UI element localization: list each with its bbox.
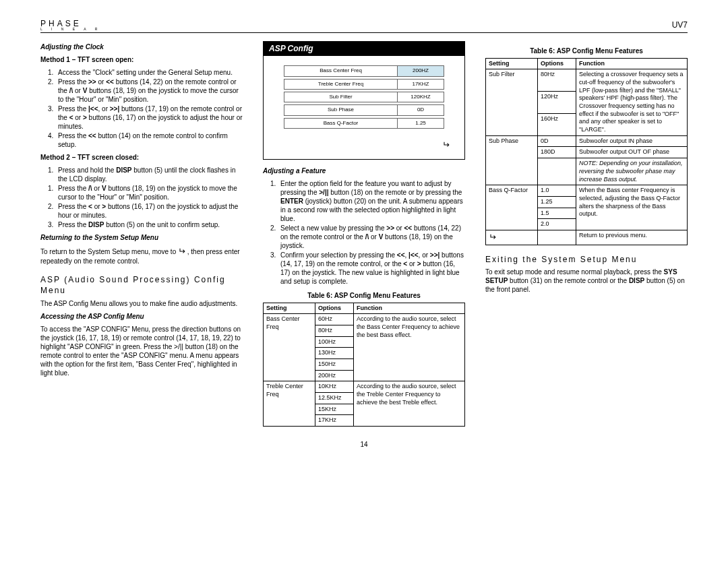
model-label: UV7 xyxy=(672,20,688,31)
adjusting-steps: Enter the option field for the feature y… xyxy=(263,179,465,286)
asp-rows: Bass Center Freq 200HZ Treble Center Fre… xyxy=(270,65,458,129)
method1-steps: Access the "Clock" setting under the Gen… xyxy=(40,68,243,149)
brand-logo: PHASE L I N E A R xyxy=(40,20,101,30)
page-header: PHASE L I N E A R UV7 xyxy=(40,20,688,33)
heading-method1: Method 1 – TFT screen open: xyxy=(40,55,243,64)
th-function: Function xyxy=(354,303,465,314)
return-icon-cell: ↵ xyxy=(486,230,538,245)
asp-row: Sub Phase 0D xyxy=(284,104,444,115)
asp-row: Treble Center Freq 17KHZ xyxy=(284,79,444,90)
th-options: Options xyxy=(538,58,576,69)
accessing-text: To access the "ASP CONFIG" Menu, press t… xyxy=(40,325,243,377)
content-columns: Adjusting the Clock Method 1 – TFT scree… xyxy=(40,41,688,427)
heading-returning: Returning to the System Setup Menu xyxy=(40,233,243,242)
brand-sub: L I N E A R xyxy=(40,28,101,31)
list-item: Press the >> or << buttons (14, 22) on t… xyxy=(55,77,243,104)
list-item: Press the DISP button (5) on the unit to… xyxy=(55,220,243,229)
returning-text: To return to the System Setup menu, move… xyxy=(40,246,243,266)
asp-row: Bass Q-Factor 1.25 xyxy=(284,118,444,129)
page-number: 14 xyxy=(40,440,688,449)
heading-method2: Method 2 – TFT screen closed: xyxy=(40,153,243,162)
list-item: Press and hold the DISP button (5) until… xyxy=(55,166,243,183)
asp-features-table-2: Setting Options Function Sub Filter80HzS… xyxy=(485,58,688,245)
th-options: Options xyxy=(315,303,354,314)
return-icon: ↵ xyxy=(178,246,185,257)
column-3: Table 6: ASP Config Menu Features Settin… xyxy=(485,41,688,427)
list-item: Confirm your selection by pressing the <… xyxy=(278,251,465,286)
th-setting: Setting xyxy=(486,58,538,69)
asp-panel-title: ASP Config xyxy=(264,42,464,57)
asp-row: Sub Filter 120KHZ xyxy=(284,92,444,102)
asp-intro: The ASP Config Menu allows you to make f… xyxy=(40,299,243,308)
list-item: Select a new value by pressing the >> or… xyxy=(278,224,465,250)
heading-adjusting-clock: Adjusting the Clock xyxy=(40,42,243,51)
asp-config-panel: ASP Config Bass Center Freq 200HZ Treble… xyxy=(263,41,465,160)
method2-steps: Press and hold the DISP button (5) until… xyxy=(40,166,243,229)
list-item: Access the "Clock" setting under the Gen… xyxy=(55,68,243,77)
heading-exiting: Exiting the System Setup Menu xyxy=(485,255,688,266)
column-2: ASP Config Bass Center Freq 200HZ Treble… xyxy=(263,41,465,427)
list-item: Press the |<<, or >>| buttons (17, 19) o… xyxy=(55,104,243,131)
th-setting: Setting xyxy=(264,303,315,314)
return-icon: ↵ xyxy=(270,131,458,152)
list-item: Press the << button (14) on the remote c… xyxy=(55,131,243,149)
list-item: Enter the option field for the feature y… xyxy=(278,179,465,223)
asp-row: Bass Center Freq 200HZ xyxy=(284,65,444,76)
table-caption: Table 6: ASP Config Menu Features xyxy=(485,46,688,55)
heading-accessing-asp: Accessing the ASP Config Menu xyxy=(40,312,243,321)
column-1: Adjusting the Clock Method 1 – TFT scree… xyxy=(40,41,243,427)
page: PHASE L I N E A R UV7 Adjusting the Cloc… xyxy=(40,20,688,449)
heading-asp-config-menu: ASP (Audio Sound Processing) Config Menu xyxy=(40,275,243,296)
table-caption: Table 6: ASP Config Menu Features xyxy=(263,291,465,300)
list-item: Press the /\ or V buttons (18, 19) on th… xyxy=(55,184,243,201)
list-item: Press the < or > buttons (16, 17) on the… xyxy=(55,202,243,220)
exiting-text: To exit setup mode and resume normal pla… xyxy=(485,268,688,294)
asp-features-table-1: Setting Options Function Bass Center Fre… xyxy=(263,303,465,427)
th-function: Function xyxy=(576,58,688,69)
heading-adjusting-feature: Adjusting a Feature xyxy=(263,166,465,175)
